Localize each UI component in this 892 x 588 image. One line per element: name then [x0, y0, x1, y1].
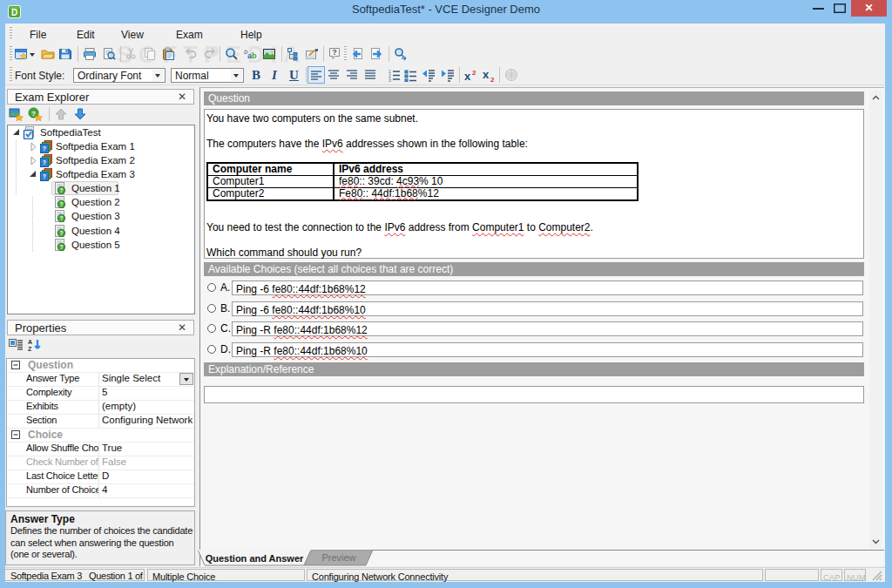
svg-text:x: x [464, 70, 471, 82]
svg-text:?: ? [60, 215, 64, 221]
svg-text:?: ? [43, 173, 46, 179]
svg-text:?: ? [43, 145, 46, 152]
svg-text:?: ? [60, 187, 64, 193]
svg-text:x: x [483, 68, 490, 81]
svg-text:Z: Z [28, 346, 32, 352]
svg-text:b: b [252, 51, 257, 60]
svg-text:?: ? [31, 110, 36, 118]
svg-text:?: ? [43, 159, 46, 166]
svg-text:A: A [28, 339, 32, 345]
svg-text:2: 2 [490, 76, 495, 82]
svg-text:3: 3 [389, 78, 391, 82]
svg-text:?: ? [60, 201, 64, 207]
svg-text:?: ? [332, 48, 337, 57]
svg-text:?: ? [60, 230, 64, 236]
svg-text:Question and Answer: Question and Answer [206, 553, 304, 564]
svg-text:?: ? [60, 244, 64, 250]
svg-text:Preview: Preview [321, 552, 355, 563]
svg-text:2: 2 [472, 69, 476, 77]
